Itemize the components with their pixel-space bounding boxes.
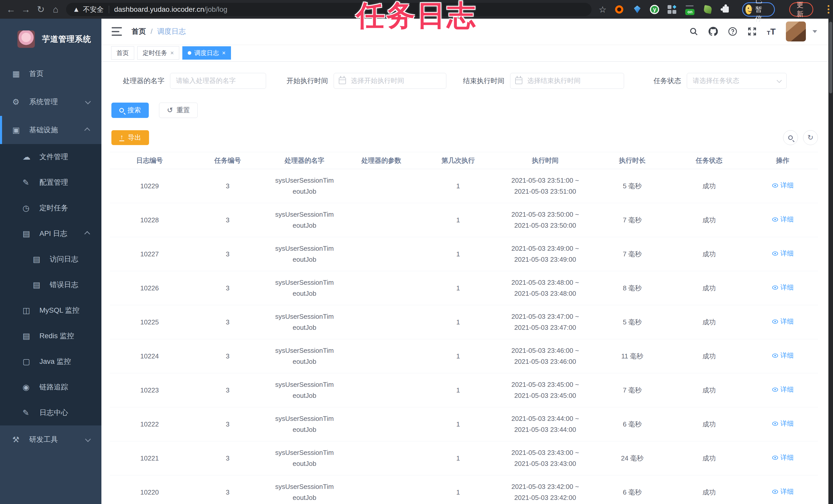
detail-link[interactable]: 详细 [772,486,794,497]
sidebar-item[interactable]: ⚒研发工具 [0,425,101,454]
cell-job-id: 3 [189,339,266,373]
cell-handler-param [343,441,420,475]
cell-log-id: 10220 [110,475,189,504]
sidebar-item[interactable]: ◉链路追踪 [0,374,101,400]
sidebar-item[interactable]: ⚙系统管理 [0,88,101,116]
cell-handler-param [343,373,420,407]
sidebar-item[interactable]: ◷定时任务 [0,195,101,221]
cell-status: 成功 [671,373,747,407]
begin-time-input[interactable] [334,73,446,89]
tab-grid-icon[interactable] [667,4,677,15]
sidebar-item[interactable]: ◫MySQL 监控 [0,298,101,323]
app-frame: 芋道管理系统 ▦首页⚙系统管理▣基础设施☁文件管理✎配置管理◷定时任务▤API … [0,19,828,504]
security-warning-icon: ▲ [73,5,80,14]
sidebar-item[interactable]: ✎配置管理 [0,170,101,195]
sidebar-item[interactable]: ▤Redis 监控 [0,323,101,349]
update-button[interactable]: 更新 [789,2,813,17]
green-sprout-icon[interactable] [703,4,713,15]
caret-down-icon[interactable] [812,30,817,33]
reload-icon[interactable]: ↻ [33,2,48,17]
tab-label: 首页 [117,49,129,57]
address-bar[interactable]: ▲ 不安全 dashboard.yudao.iocoder.cn/job/log [66,3,592,16]
detail-link[interactable]: 详细 [772,316,794,327]
tab-home[interactable]: 首页 [111,46,134,59]
bookmark-star-icon[interactable]: ☆ [599,4,606,15]
column-header: 执行时长 [594,152,671,169]
sidebar-item[interactable]: ▤访问日志 [0,246,101,272]
job-status-select[interactable] [687,73,787,89]
breadcrumb-home[interactable]: 首页 [132,27,146,36]
app-logo-row[interactable]: 芋道管理系统 [0,19,101,59]
avatar[interactable] [786,22,806,42]
refresh-table-button[interactable]: ↻ [803,130,818,145]
blue-gem-icon[interactable] [632,4,642,15]
chevron-down-icon [85,436,91,442]
kebab-menu-icon[interactable] [828,5,829,14]
search-button[interactable]: 搜索 [111,103,149,118]
sidebar-item[interactable]: ▤错误日志 [0,272,101,298]
cell-job-id: 3 [189,305,266,339]
window-scrollbar[interactable] [828,19,833,504]
tab-job-log[interactable]: 调度日志 × [182,46,231,59]
cell-log-id: 10229 [110,169,189,203]
table-row: 102283sysUserSessionTimeoutJob12021-05-0… [110,203,818,237]
filter-form: 处理器的名字 开始执行时间 结束执行时间 [123,73,828,89]
search-icon[interactable] [689,27,698,36]
cell-handler-param [343,237,420,271]
handler-name-input[interactable] [170,73,266,89]
close-icon[interactable]: × [170,50,174,56]
sidebar-item-label: 错误日志 [50,280,78,289]
forward-icon[interactable]: → [19,2,33,17]
paused-badge[interactable]: 已暂停 [742,2,775,17]
hamburger-icon[interactable] [112,27,122,36]
java-monitor-icon: ▢ [23,357,34,367]
sidebar-item[interactable]: ▣基础设施 [0,116,101,144]
reset-button[interactable]: ↺ 重置 [159,103,198,118]
breadcrumb-separator: / [150,27,152,35]
log-center-icon: ✎ [23,408,34,418]
chevron-up-icon [84,127,90,133]
sidebar-item[interactable]: ☁文件管理 [0,144,101,170]
detail-link[interactable]: 详细 [772,180,794,191]
detail-link[interactable]: 详细 [772,248,794,259]
scrollbar-thumb[interactable] [829,22,832,93]
home-icon[interactable]: ⌂ [48,2,63,17]
tab-scheduled-jobs[interactable]: 定时任务 × [137,46,179,59]
sidebar-section: ▣基础设施☁文件管理✎配置管理◷定时任务▤API 日志▤访问日志▤错误日志◫My… [0,116,101,425]
help-icon[interactable] [728,27,737,36]
column-header: 日志编号 [110,152,189,169]
detail-link[interactable]: 详细 [772,214,794,225]
cell-handler-name: sysUserSessionTimeoutJob [266,237,343,271]
orange-ring-icon[interactable] [614,4,624,15]
detail-link[interactable]: 详细 [772,418,794,429]
sidebar-item[interactable]: ✎日志中心 [0,400,101,425]
cell-handler-name: sysUserSessionTimeoutJob [266,441,343,475]
sidebar-item[interactable]: ▤API 日志 [0,221,101,246]
on-toggle-icon[interactable]: on [685,4,695,15]
cell-handler-name: sysUserSessionTimeoutJob [266,169,343,203]
detail-link[interactable]: 详细 [772,282,794,293]
back-icon[interactable]: ← [4,2,19,17]
cell-handler-param [343,271,420,305]
green-y-icon[interactable]: y [650,5,659,14]
end-time-input[interactable] [510,73,624,89]
detail-link[interactable]: 详细 [772,452,794,463]
toggle-search-button[interactable] [783,130,798,145]
sidebar-item-label: MySQL 监控 [40,305,79,315]
close-icon[interactable]: × [222,50,225,56]
calendar-icon [515,77,522,84]
table-row: 102273sysUserSessionTimeoutJob12021-05-0… [110,237,818,271]
detail-link[interactable]: 详细 [772,384,794,395]
github-icon[interactable] [709,27,718,36]
puzzle-extension-icon[interactable] [720,4,731,15]
table-row: 102223sysUserSessionTimeoutJob12021-05-0… [110,407,818,441]
export-button[interactable]: ↑ 导出 [111,130,149,145]
sidebar-item[interactable]: ▦首页 [0,59,101,88]
detail-link[interactable]: 详细 [772,350,794,361]
fullscreen-icon[interactable] [747,27,757,36]
sidebar-item[interactable]: ▢Java 监控 [0,349,101,374]
sidebar-item-label: Redis 监控 [40,331,74,341]
job-log-table-wrap: 日志编号任务编号处理器的名字处理器的参数第几次执行执行时间执行时长任务状态操作 … [110,152,818,504]
font-size-icon[interactable]: TT [767,27,776,36]
cell-execute-index: 1 [420,237,497,271]
